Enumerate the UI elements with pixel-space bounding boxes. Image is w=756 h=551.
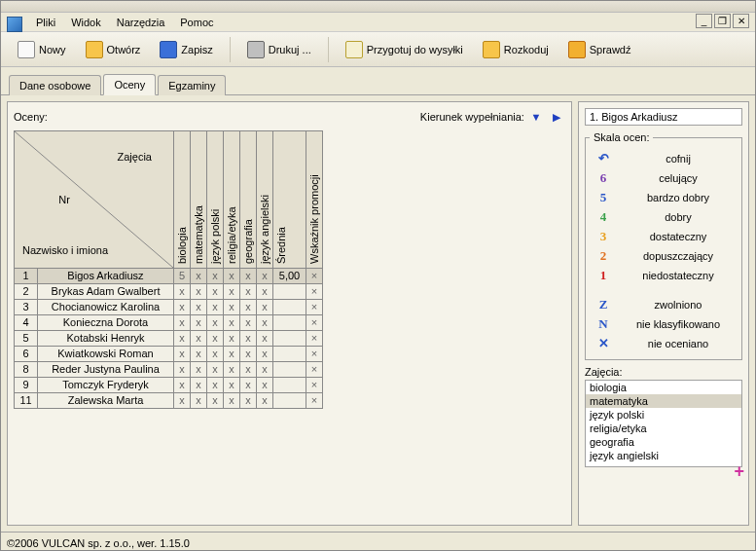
toolbar-drukuj-[interactable]: Drukuj ... — [240, 37, 318, 62]
grade-cell[interactable]: x — [224, 392, 240, 408]
grade-cell[interactable]: x — [240, 299, 257, 314]
grade-cell[interactable]: x — [240, 377, 257, 392]
grade-cell[interactable]: x — [191, 346, 207, 361]
grade-cell[interactable]: x — [224, 330, 240, 346]
scale-row[interactable]: 4dobry — [590, 207, 738, 227]
grade-cell[interactable]: x — [174, 283, 191, 299]
add-subject-button[interactable]: + — [734, 461, 744, 482]
grade-cell[interactable]: x — [207, 268, 224, 283]
grade-cell[interactable]: x — [224, 299, 240, 314]
grade-cell[interactable]: x — [191, 314, 207, 330]
scale-row[interactable]: 6celujący — [590, 168, 738, 188]
grade-cell[interactable]: x — [257, 361, 273, 377]
grade-cell[interactable]: x — [257, 392, 273, 408]
grade-cell[interactable]: x — [224, 377, 240, 392]
tab-egzaminy[interactable]: Egzaminy — [158, 75, 226, 95]
table-row[interactable]: 9Tomczyk Fryderykxxxxxx× — [15, 377, 323, 392]
table-row[interactable]: 5Kotabski Henrykxxxxxx× — [15, 330, 323, 346]
table-row[interactable]: 11Zalewska Martaxxxxxx× — [15, 392, 323, 408]
subject-list[interactable]: biologiamatematykajęzyk polskireligia/et… — [585, 380, 742, 467]
grade-cell[interactable]: x — [191, 377, 207, 392]
grade-cell[interactable]: x — [207, 377, 224, 392]
grade-cell[interactable]: x — [191, 330, 207, 346]
scale-row[interactable]: ✕nie oceniano — [590, 334, 738, 353]
grade-cell[interactable]: x — [240, 346, 257, 361]
grade-cell[interactable]: x — [224, 346, 240, 361]
minimize-button[interactable]: _ — [696, 14, 712, 28]
scale-row[interactable]: Nnie klasyfikowano — [590, 314, 738, 334]
grade-cell[interactable]: x — [257, 346, 273, 361]
close-button[interactable]: ✕ — [733, 14, 749, 28]
grade-cell[interactable]: x — [257, 377, 273, 392]
grade-cell[interactable]: x — [174, 392, 191, 408]
subject-item[interactable]: biologia — [586, 381, 741, 394]
grade-cell[interactable]: x — [240, 361, 257, 377]
scale-row[interactable]: 5bardzo dobry — [590, 188, 738, 207]
grade-cell[interactable]: x — [174, 361, 191, 377]
grade-cell[interactable]: x — [174, 346, 191, 361]
direction-down-button[interactable]: ▼ — [527, 108, 545, 126]
subject-item[interactable]: język angielski — [586, 449, 741, 462]
grade-cell[interactable]: x — [191, 268, 207, 283]
grade-cell[interactable]: x — [207, 392, 224, 408]
table-row[interactable]: 6Kwiatkowski Romanxxxxxx× — [15, 346, 323, 361]
table-row[interactable]: 8Reder Justyna Paulinaxxxxxx× — [15, 361, 323, 377]
scale-row[interactable]: ↶cofnij — [590, 149, 738, 168]
grade-cell[interactable]: x — [191, 392, 207, 408]
grade-cell[interactable]: x — [224, 314, 240, 330]
grade-cell[interactable]: x — [257, 299, 273, 314]
grade-cell[interactable]: 5 — [174, 268, 191, 283]
grade-cell[interactable]: x — [191, 361, 207, 377]
maximize-button[interactable]: ❐ — [714, 14, 731, 28]
scale-row[interactable]: 3dostateczny — [590, 227, 738, 246]
subject-item[interactable]: język polski — [586, 408, 741, 422]
table-row[interactable]: 4Konieczna Dorotaxxxxxx× — [15, 314, 323, 330]
toolbar-zapisz[interactable]: Zapisz — [153, 37, 219, 62]
toolbar-sprawd-[interactable]: Sprawdź — [561, 37, 638, 62]
grade-cell[interactable]: x — [191, 283, 207, 299]
menu-narzędzia[interactable]: Narzędzia — [109, 15, 173, 30]
grade-cell[interactable]: x — [240, 268, 257, 283]
grade-cell[interactable]: x — [207, 283, 224, 299]
menu-pliki[interactable]: Pliki — [28, 15, 63, 30]
grade-cell[interactable]: x — [240, 314, 257, 330]
tab-dane-osobowe[interactable]: Dane osobowe — [9, 75, 101, 95]
subject-item[interactable]: matematyka — [586, 394, 741, 408]
grade-cell[interactable]: x — [224, 283, 240, 299]
subject-item[interactable]: religia/etyka — [586, 422, 741, 435]
tab-oceny[interactable]: Oceny — [103, 74, 156, 95]
subject-item[interactable]: geografia — [586, 435, 741, 449]
table-row[interactable]: 1Bigos Arkadiusz5xxxxx5,00× — [15, 268, 323, 283]
grade-cell[interactable]: x — [174, 377, 191, 392]
table-row[interactable]: 3Chocianowicz Karolinaxxxxxx× — [15, 299, 323, 314]
table-row[interactable]: 2Brykas Adam Gwalbertxxxxxx× — [15, 283, 323, 299]
grade-cell[interactable]: x — [257, 268, 273, 283]
grade-cell[interactable]: x — [207, 346, 224, 361]
scale-row[interactable]: Zzwolniono — [590, 295, 738, 314]
scale-row[interactable]: 1niedostateczny — [590, 266, 738, 285]
scale-row[interactable]: 2dopuszczający — [590, 246, 738, 266]
grade-cell[interactable]: x — [257, 283, 273, 299]
grade-cell[interactable]: x — [207, 361, 224, 377]
menu-widok[interactable]: Widok — [63, 15, 109, 30]
grade-cell[interactable]: x — [240, 283, 257, 299]
toolbar-otw-rz[interactable]: Otwórz — [79, 37, 148, 62]
grade-cell[interactable]: x — [174, 299, 191, 314]
grade-cell[interactable]: x — [224, 361, 240, 377]
direction-right-button[interactable]: ▶ — [548, 109, 565, 127]
grade-cell[interactable]: x — [207, 314, 224, 330]
toolbar-rozkoduj[interactable]: Rozkoduj — [476, 37, 556, 62]
grade-cell[interactable]: x — [174, 330, 191, 346]
toolbar-przygotuj-do-wysy-ki[interactable]: Przygotuj do wysyłki — [339, 37, 470, 62]
grade-cell[interactable]: x — [207, 330, 224, 346]
grade-cell[interactable]: x — [257, 314, 273, 330]
toolbar-nowy[interactable]: Nowy — [11, 37, 73, 62]
grades-table[interactable]: ZajęciaNrNazwisko i imionabiologiamatema… — [14, 130, 323, 409]
grade-cell[interactable]: x — [240, 392, 257, 408]
grade-cell[interactable]: x — [207, 299, 224, 314]
grade-cell[interactable]: x — [224, 268, 240, 283]
menu-pomoc[interactable]: Pomoc — [172, 15, 221, 30]
grade-cell[interactable]: x — [174, 314, 191, 330]
grade-cell[interactable]: x — [191, 299, 207, 314]
grade-cell[interactable]: x — [257, 330, 273, 346]
